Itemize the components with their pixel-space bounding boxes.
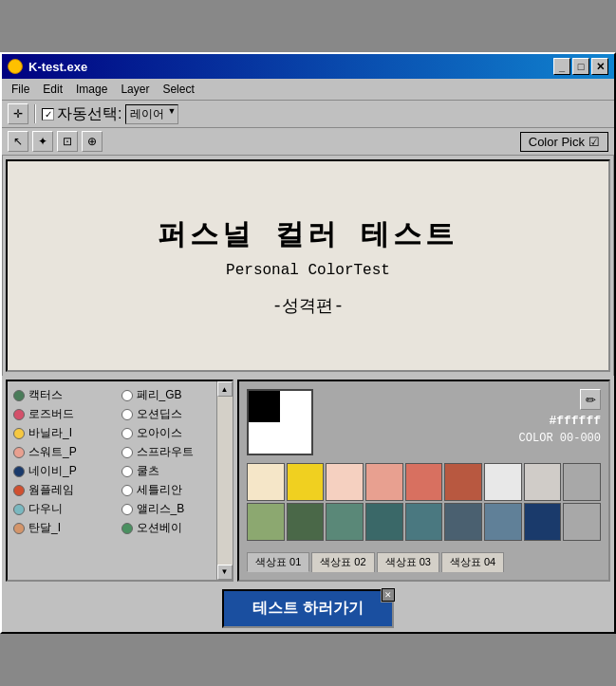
color-dot-downy: [13, 504, 25, 515]
color-name-warmflame: 웜플레임: [28, 482, 74, 498]
color-dot-alice: [121, 504, 133, 515]
crop-btn[interactable]: ⊡: [57, 131, 78, 152]
tab-color-02[interactable]: 색상표 02: [311, 552, 374, 572]
color-list-inner: 캑터스 로즈버드 바닐라_I 스워트_P: [8, 381, 232, 542]
move-tool-btn[interactable]: ✛: [8, 103, 28, 124]
auto-select-checkbox[interactable]: ✓: [42, 108, 54, 121]
color-dot-swort: [13, 447, 25, 458]
titlebar: K-test.exe _ □ ✕: [2, 54, 614, 79]
palette-color-8[interactable]: [524, 463, 562, 501]
color-name-cactus: 캑터스: [28, 387, 63, 403]
palette-color-12[interactable]: [326, 503, 364, 541]
color-item-ferry[interactable]: 페리_GB: [121, 387, 227, 403]
color-tabs: 색상표 01 색상표 02 색상표 03 색상표 04: [247, 552, 601, 572]
titlebar-buttons: _ □ ✕: [553, 58, 608, 75]
color-picker-panel: ✏ #ffffff COLOR 00-000: [237, 380, 610, 581]
color-name-tandal: 탄달_I: [28, 520, 61, 536]
color-name-ocean-deep: 오션딥스: [137, 406, 182, 422]
dropdown-arrow-icon: ▼: [168, 106, 177, 116]
color-item-warmflame[interactable]: 웜플레임: [13, 482, 119, 498]
color-dot-warmflame: [13, 485, 25, 496]
color-item-tandal[interactable]: 탄달_I: [13, 520, 119, 536]
color-item-cactus[interactable]: 캑터스: [13, 387, 119, 403]
select-tool-btn[interactable]: ↖: [8, 131, 28, 152]
test-button-label: 테스트 하러가기: [252, 600, 363, 616]
color-code: COLOR 00-000: [519, 432, 601, 445]
color-pick-button[interactable]: Color Pick ☑: [520, 132, 608, 152]
palette-color-2[interactable]: [287, 463, 325, 501]
test-button-close-icon[interactable]: ✕: [382, 588, 395, 602]
subtitle: -성격편-: [272, 294, 345, 317]
color-list-right: 페리_GB 오션딥스 오아이스 스프라우트: [121, 387, 227, 536]
maximize-button[interactable]: □: [572, 58, 589, 75]
color-item-sprout[interactable]: 스프라우트: [121, 444, 227, 460]
tab-color-03[interactable]: 색상표 03: [377, 552, 439, 572]
toolbar2: ↖ ✦ ⊡ ⊕ Color Pick ☑: [2, 128, 614, 156]
menu-image[interactable]: Image: [70, 81, 113, 98]
color-list-panel: 캑터스 로즈버드 바닐라_I 스워트_P: [6, 380, 233, 581]
separator1: [34, 104, 36, 123]
pencil-icon: ✏: [586, 393, 596, 407]
menu-file[interactable]: File: [6, 81, 35, 98]
titlebar-left: K-test.exe: [8, 59, 87, 74]
test-button[interactable]: 테스트 하러가기: [222, 589, 393, 628]
color-item-navy[interactable]: 네이비_P: [13, 463, 119, 479]
color-item-settlian[interactable]: 세틀리안: [121, 482, 227, 498]
color-item-vanilla[interactable]: 바닐라_I: [13, 425, 119, 441]
layer-dropdown[interactable]: 레이어 ▼: [125, 104, 178, 124]
pencil-button[interactable]: ✏: [580, 389, 601, 410]
palette-color-13[interactable]: [365, 503, 403, 541]
palette-color-16[interactable]: [484, 503, 522, 541]
color-item-swort[interactable]: 스워트_P: [13, 444, 119, 460]
tab-color-01[interactable]: 색상표 01: [247, 552, 309, 572]
crosshair-btn[interactable]: ⊕: [82, 131, 103, 152]
color-name-sprout: 스프라우트: [137, 444, 194, 460]
layer-option-text: 레이어: [130, 107, 164, 121]
scroll-track[interactable]: [217, 397, 233, 564]
palette-color-11[interactable]: [287, 503, 325, 541]
color-dot-oais: [121, 428, 133, 439]
menu-edit[interactable]: Edit: [37, 81, 68, 98]
menu-layer[interactable]: Layer: [115, 81, 155, 98]
palette-color-14[interactable]: [405, 503, 443, 541]
palette-color-7[interactable]: [484, 463, 522, 501]
color-info: ✏ #ffffff COLOR 00-000: [321, 389, 601, 445]
scrollbar-vertical: ▲ ▼: [216, 381, 232, 579]
palette-color-9[interactable]: [563, 463, 601, 501]
color-item-oais[interactable]: 오아이스: [121, 425, 227, 441]
color-name-navy: 네이비_P: [28, 463, 77, 479]
palette-color-5[interactable]: [405, 463, 443, 501]
color-list-left: 캑터스 로즈버드 바닐라_I 스워트_P: [13, 387, 119, 536]
color-palette: [247, 463, 601, 540]
color-item-alice[interactable]: 앨리스_B: [121, 501, 227, 517]
palette-color-6[interactable]: [444, 463, 482, 501]
palette-color-18[interactable]: [563, 503, 601, 541]
palette-color-17[interactable]: [524, 503, 562, 541]
color-item-downy[interactable]: 다우니: [13, 501, 119, 517]
scroll-up-btn[interactable]: ▲: [217, 381, 233, 397]
tab-color-04[interactable]: 색상표 04: [441, 552, 504, 572]
color-item-ocean-bay[interactable]: 오션베이: [121, 520, 227, 536]
palette-color-3[interactable]: [326, 463, 364, 501]
color-pick-check-icon: ☑: [588, 135, 600, 149]
minimize-button[interactable]: _: [553, 58, 570, 75]
app-icon: [8, 59, 23, 74]
palette-color-10[interactable]: [247, 503, 285, 541]
color-dot-ocean-bay: [121, 523, 133, 534]
color-dot-vanilla: [13, 428, 25, 439]
english-title: Personal ColorTest: [226, 262, 390, 279]
magic-wand-btn[interactable]: ✦: [32, 131, 53, 152]
palette-color-1[interactable]: [247, 463, 285, 501]
scroll-down-btn[interactable]: ▼: [217, 565, 233, 580]
close-button[interactable]: ✕: [591, 58, 608, 75]
color-item-ocean-deep[interactable]: 오션딥스: [121, 406, 227, 422]
palette-color-4[interactable]: [365, 463, 403, 501]
menu-select[interactable]: Select: [157, 81, 199, 98]
bottom-button-area: 테스트 하러가기 ✕: [2, 585, 614, 632]
color-item-cults[interactable]: 쿨츠: [121, 463, 227, 479]
color-pick-label: Color Pick: [529, 135, 585, 149]
color-dot-cults: [121, 466, 133, 477]
palette-color-15[interactable]: [444, 503, 482, 541]
color-item-rosebud[interactable]: 로즈버드: [13, 406, 119, 422]
color-name-alice: 앨리스_B: [137, 501, 185, 517]
